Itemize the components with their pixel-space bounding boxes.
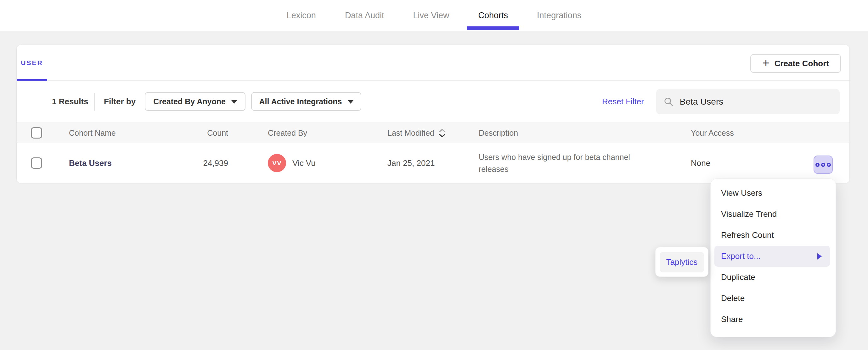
header-last-modified: Last Modified (388, 123, 446, 143)
nav-tab-integrations[interactable]: Integrations (526, 0, 593, 31)
create-cohort-label: Create Cohort (775, 59, 829, 69)
menu-item-view-users[interactable]: View Users (711, 182, 836, 204)
cohort-name-link[interactable]: Beta Users (69, 159, 112, 168)
filter-by-label: Filter by (104, 81, 136, 123)
created-by-dropdown-value: Created By Anyone (153, 97, 226, 106)
count-cell: 24,939 (152, 143, 228, 183)
filter-toolbar: 1 Results Filter by Created By Anyone Al… (17, 81, 849, 123)
create-cohort-button[interactable]: + Create Cohort (750, 54, 841, 73)
ellipsis-icon (815, 163, 819, 167)
menu-item-refresh-count[interactable]: Refresh Count (711, 225, 836, 246)
row-checkbox[interactable] (31, 158, 42, 169)
header-cohort-name: Cohort Name (69, 123, 116, 143)
avatar: VV (268, 154, 286, 172)
submenu-item-taplytics[interactable]: Taplytics (660, 252, 704, 272)
header-count: Count (152, 123, 228, 143)
search-input[interactable] (680, 97, 832, 107)
ellipsis-icon (827, 163, 831, 167)
export-submenu: Taplytics (655, 247, 708, 277)
menu-item-delete[interactable]: Delete (711, 288, 836, 309)
nav-tab-label: Data Audit (345, 11, 384, 21)
menu-item-duplicate[interactable]: Duplicate (711, 267, 836, 288)
nav-tab-live-view[interactable]: Live View (402, 0, 460, 31)
cohort-name-cell: Beta Users (69, 143, 112, 183)
chevron-down-icon (348, 100, 353, 104)
table-row: Beta Users 24,939 VV Vic Vu Jan 25, 2021… (17, 143, 849, 183)
your-access-cell: None (691, 143, 710, 183)
row-actions-button[interactable] (813, 155, 833, 174)
toolbar-divider (94, 93, 95, 111)
created-by-name: Vic Vu (292, 159, 316, 168)
created-by-dropdown[interactable]: Created By Anyone (145, 92, 246, 111)
description-cell: Users who have signed up for beta channe… (479, 143, 650, 183)
search-box (656, 89, 840, 114)
cohorts-card: USER + Create Cohort 1 Results Filter by… (17, 45, 850, 183)
active-tab-underline (467, 26, 520, 30)
nav-tab-lexicon[interactable]: Lexicon (275, 0, 327, 31)
nav-tab-cohorts[interactable]: Cohorts (467, 0, 520, 31)
table-header-row: Cohort Name Count Created By Last Modifi… (17, 123, 849, 143)
integrations-dropdown[interactable]: All Active Integrations (251, 92, 361, 111)
tab-user-label: USER (21, 59, 43, 67)
integrations-dropdown-value: All Active Integrations (259, 97, 342, 106)
nav-tab-label: Lexicon (287, 11, 316, 21)
ellipsis-icon (821, 163, 825, 167)
select-all-checkbox[interactable] (31, 127, 42, 139)
header-your-access: Your Access (691, 123, 734, 143)
created-by-cell: VV Vic Vu (268, 143, 316, 183)
menu-item-visualize-trend[interactable]: Visualize Trend (711, 204, 836, 225)
last-modified-cell: Jan 25, 2021 (388, 143, 435, 183)
sort-icon[interactable] (439, 129, 446, 138)
card-tabs-row: USER + Create Cohort (17, 45, 849, 81)
header-description: Description (479, 123, 518, 143)
header-created-by: Created By (268, 123, 307, 143)
nav-tab-label: Cohorts (478, 11, 508, 21)
search-icon (664, 97, 674, 107)
results-count: 1 Results (52, 81, 88, 123)
tab-user[interactable]: USER (17, 45, 47, 81)
nav-tab-data-audit[interactable]: Data Audit (334, 0, 396, 31)
top-navigation: Lexicon Data Audit Live View Cohorts Int… (0, 0, 868, 31)
menu-item-export-to[interactable]: Export to... (714, 246, 830, 267)
submenu-arrow-icon (817, 253, 822, 259)
plus-icon: + (762, 57, 769, 69)
chevron-down-icon (231, 100, 237, 104)
nav-tab-label: Integrations (537, 11, 581, 21)
nav-tab-label: Live View (413, 11, 449, 21)
menu-item-share[interactable]: Share (711, 309, 836, 330)
row-context-menu: View Users Visualize Trend Refresh Count… (710, 178, 836, 337)
cohorts-page: Lexicon Data Audit Live View Cohorts Int… (0, 0, 868, 350)
reset-filter-link[interactable]: Reset Filter (602, 81, 644, 123)
